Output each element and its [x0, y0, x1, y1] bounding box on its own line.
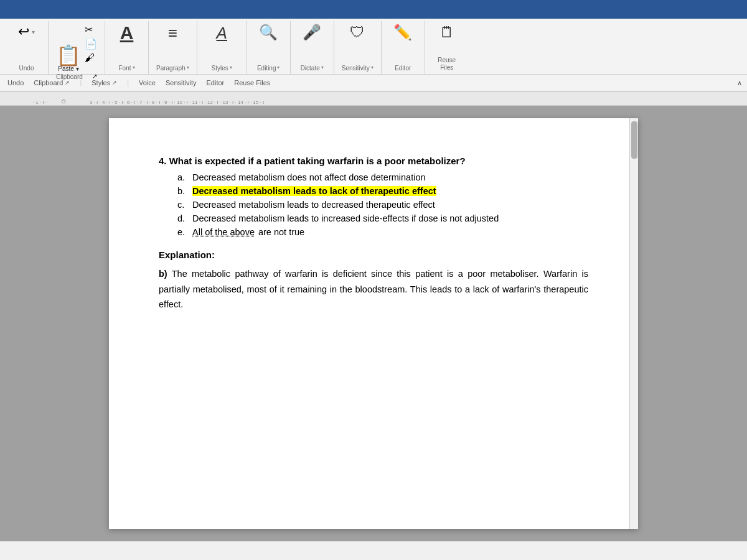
editor-label: Editor [395, 65, 411, 72]
answer-text-c: Decreased metabolism leads to decreased … [192, 200, 435, 210]
sub-voice[interactable]: Voice [136, 78, 158, 88]
sub-reuse-files-label: Reuse Files [234, 79, 270, 86]
sub-sensitivity-label: Sensitivity [166, 79, 197, 86]
styles-icon[interactable]: A [217, 24, 227, 43]
answer-text-d: Decreased metabolism leads to increased … [192, 213, 499, 223]
editor-icon[interactable]: ✏️ [393, 24, 412, 41]
sub-clipboard-label: Clipboard [34, 79, 63, 86]
answer-text-b: Decreased metabolism leads to lack of th… [192, 186, 436, 196]
answer-text-e: All of the above [192, 227, 255, 237]
paragraph-marker: ⌂ [61, 96, 65, 105]
separator-2: | [127, 79, 129, 86]
sub-styles[interactable]: Styles ↗ [89, 78, 120, 88]
sub-reuse-files[interactable]: Reuse Files [232, 78, 273, 88]
cut-icon[interactable]: ✂ [85, 24, 97, 35]
ruler-mark-1: · 1 · I · [33, 100, 47, 105]
font-icon[interactable]: A [120, 24, 134, 42]
explanation-bold-letter: b) [159, 269, 167, 279]
styles-chevron: ▾ [230, 65, 232, 70]
sensitivity-label-row: Sensitivity ▾ [342, 63, 374, 72]
reuse-files-icon[interactable]: 🗒 [439, 24, 454, 41]
scrollbar[interactable] [629, 118, 638, 529]
ribbon-collapse-btn[interactable]: ∧ [737, 79, 742, 87]
ribbon-group-dictate: 🎤 Dictate ▾ [291, 21, 334, 74]
editing-label-row: Editing ▾ [257, 63, 280, 72]
answer-label-b: b. [177, 186, 189, 196]
explanation-text: b) The metabolic pathway of warfarin is … [159, 266, 588, 312]
scroll-thumb[interactable] [631, 121, 637, 159]
sub-editor-label: Editor [207, 79, 225, 86]
clipboard-side-icons: ✂ 📄 🖌 [81, 24, 97, 72]
answer-label-e: e. [177, 227, 189, 237]
editing-chevron: ▾ [277, 65, 280, 70]
paste-area: 📋 Paste ▾ [56, 45, 81, 72]
sub-voice-label: Voice [139, 79, 156, 86]
answer-label-c: c. [177, 200, 189, 210]
paragraph-chevron: ▾ [187, 65, 189, 70]
answer-item-d: d. Decreased metabolism leads to increas… [177, 213, 588, 223]
paste-icon[interactable]: 📋 [56, 45, 81, 65]
doc-page[interactable]: 4. What is expected if a patient taking … [109, 118, 638, 529]
sub-undo-label: Undo [7, 79, 24, 86]
copy-icon[interactable]: 📄 [85, 38, 97, 50]
font-chevron: ▾ [133, 65, 135, 70]
answer-text-a: Decreased metabolism does not affect dos… [192, 172, 426, 182]
answer-item-b: b. Decreased metabolism leads to lack of… [177, 186, 588, 196]
separator-1: | [80, 79, 82, 86]
undo-icon: ↩ [18, 24, 29, 40]
question-item: 4. What is expected if a patient taking … [159, 156, 588, 237]
sensitivity-icon[interactable]: 🛡 [350, 24, 365, 41]
undo-arrow: ▾ [32, 29, 35, 35]
ribbon-group-paragraph: ≡ Paragraph ▾ [149, 21, 197, 74]
styles-label: Styles [212, 65, 228, 72]
undo-button[interactable]: ↩ ▾ [18, 24, 35, 40]
sub-styles-label: Styles [92, 79, 110, 86]
ribbon-group-undo: ↩ ▾ Undo [5, 21, 49, 74]
paragraph-label-row: Paragraph ▾ [156, 63, 189, 72]
answer-item-e: e. All of the above are not true [177, 227, 588, 237]
undo-icons: ↩ ▾ [18, 24, 35, 40]
answer-text-e-cont: are not true [258, 227, 304, 237]
ruler: · 1 · I · 3 · I · 4 · I · 5 · I · 6 · I … [0, 92, 747, 106]
ribbon-group-editor: ✏️ Editor [382, 21, 425, 74]
question-number: 4. [159, 156, 167, 166]
format-painter-icon[interactable]: 🖌 [85, 52, 97, 63]
ribbon-collapse-icon: ∧ [737, 79, 742, 86]
question-text: What is expected if a patient taking war… [169, 156, 466, 166]
ribbon-main: ↩ ▾ Undo 📋 Paste ▾ ✂ 📄 🖌 Clipboard ↗ A [0, 19, 747, 75]
explanation-section: Explanation: b) The metabolic pathway of… [159, 250, 588, 312]
ruler-content: · 1 · I · 3 · I · 4 · I · 5 · I · 6 · I … [19, 92, 728, 105]
paste-label[interactable]: Paste ▾ [58, 65, 78, 72]
editing-icon[interactable]: 🔍 [259, 24, 278, 41]
sub-sensitivity[interactable]: Sensitivity [163, 78, 199, 88]
answer-label-d: d. [177, 213, 189, 223]
reuse-files-label: ReuseFiles [438, 57, 456, 72]
font-label-row: Font ▾ [118, 63, 134, 72]
sub-clipboard[interactable]: Clipboard ↗ [31, 78, 72, 88]
paragraph-label: Paragraph [156, 65, 186, 72]
ribbon-top [0, 0, 747, 19]
ribbon-group-font: A Font ▾ [105, 21, 149, 74]
answer-list: a. Decreased metabolism does not affect … [159, 172, 588, 237]
ribbon-top-bar [0, 0, 747, 19]
dictate-chevron: ▾ [321, 65, 324, 70]
dictate-icon[interactable]: 🎤 [303, 24, 321, 41]
paragraph-icon[interactable]: ≡ [168, 24, 177, 43]
paste-arrow: ▾ [76, 65, 79, 72]
sensitivity-chevron: ▾ [371, 65, 374, 70]
sensitivity-label: Sensitivity [342, 65, 370, 72]
ribbon-group-sensitivity: 🛡 Sensitivity ▾ [334, 21, 382, 74]
sub-editor[interactable]: Editor [204, 78, 227, 88]
ribbon-group-styles: A Styles ▾ [197, 21, 247, 74]
ribbon-group-clipboard: 📋 Paste ▾ ✂ 📄 🖌 Clipboard ↗ [49, 21, 105, 74]
font-label: Font [118, 65, 131, 72]
undo-label: Undo [19, 65, 34, 72]
dictate-label-row: Dictate ▾ [301, 63, 324, 72]
dictate-label: Dictate [301, 65, 320, 72]
answer-item-c: c. Decreased metabolism leads to decreas… [177, 200, 588, 210]
sub-undo[interactable]: Undo [5, 78, 26, 88]
sub-styles-launcher: ↗ [112, 80, 117, 86]
ribbon-group-editing: 🔍 Editing ▾ [247, 21, 291, 74]
ribbon-group-reuse-files: 🗒 ReuseFiles [425, 21, 469, 74]
sub-ribbon: Undo Clipboard ↗ | Styles ↗ | Voice Sens… [0, 75, 747, 92]
